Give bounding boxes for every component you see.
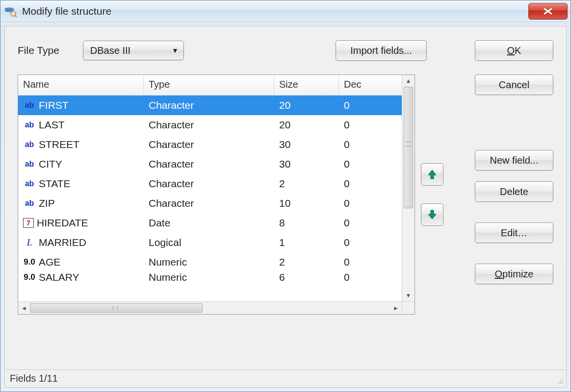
field-name: AGE <box>39 256 139 268</box>
col-header-type[interactable]: Type <box>144 75 274 95</box>
svg-line-3 <box>15 15 17 17</box>
svg-point-4 <box>562 379 563 380</box>
field-name: FIRST <box>39 99 139 111</box>
vertical-scrollbar[interactable]: ▲ ▼ <box>402 75 415 301</box>
cancel-label: Cancel <box>499 79 529 91</box>
vscroll-track[interactable] <box>402 87 415 290</box>
field-dec: 0 <box>339 197 398 209</box>
hscroll-track[interactable] <box>30 302 390 314</box>
field-name: STATE <box>39 178 139 190</box>
horizontal-scrollbar[interactable]: ◄ ► <box>18 301 402 314</box>
hscroll-thumb[interactable] <box>30 303 203 313</box>
field-type-icon: 9.0 <box>23 272 36 283</box>
import-fields-label: Import fields... <box>350 45 412 56</box>
field-type-icon: 9.0 <box>23 257 36 268</box>
field-name: ZIP <box>39 197 139 209</box>
optimize-button[interactable]: Optimize <box>475 264 553 284</box>
content-area: File Type DBase III ▼ Import fields... O… <box>5 26 566 369</box>
vscroll-thumb[interactable] <box>404 87 413 208</box>
table-row[interactable]: abLASTCharacter200 <box>18 115 415 135</box>
table-row[interactable]: abSTATECharacter20 <box>18 174 415 194</box>
delete-button[interactable]: Delete <box>475 181 553 202</box>
close-button[interactable] <box>528 3 568 20</box>
scroll-up-button[interactable]: ▲ <box>402 75 415 87</box>
col-header-size[interactable]: Size <box>274 75 339 95</box>
table-row[interactable]: abFIRSTCharacter200 <box>18 96 415 115</box>
field-size: 30 <box>274 139 339 150</box>
field-dec: 0 <box>339 119 398 131</box>
field-size: 8 <box>274 217 339 229</box>
field-type-icon: ab <box>23 159 36 170</box>
field-type: Numeric <box>144 256 274 268</box>
right-button-column: Cancel New field... Delete Edit… Optimiz… <box>449 74 553 315</box>
move-up-button[interactable] <box>421 163 443 186</box>
file-type-label: File Type <box>18 45 59 56</box>
table-header: Name Type Size Dec <box>18 75 415 96</box>
new-field-button[interactable]: New field... <box>475 150 553 171</box>
resize-grip-icon[interactable] <box>555 376 564 385</box>
table-body: abFIRSTCharacter200abLASTCharacter200abS… <box>18 96 415 314</box>
field-size: 20 <box>274 119 339 131</box>
close-icon <box>544 8 552 15</box>
chevron-down-icon: ▼ <box>172 47 179 54</box>
reorder-column <box>415 74 449 315</box>
import-fields-button[interactable]: Import fields... <box>336 40 427 61</box>
middle-area: Name Type Size Dec abFIRSTCharacter200ab… <box>18 74 553 315</box>
scrollbar-corner <box>402 301 415 314</box>
arrow-down-icon <box>427 209 437 220</box>
scroll-down-button[interactable]: ▼ <box>402 290 415 301</box>
table-row[interactable]: LMARRIEDLogical10 <box>18 233 415 252</box>
field-type-icon: ab <box>23 178 36 189</box>
field-name: LAST <box>39 119 139 131</box>
col-header-dec[interactable]: Dec <box>339 75 398 95</box>
app-icon: DBF <box>3 4 17 18</box>
scroll-right-button[interactable]: ► <box>390 302 402 314</box>
field-size: 1 <box>274 237 339 248</box>
dialog-window: DBF Modify file structure File Type DBas… <box>0 0 571 392</box>
svg-point-6 <box>562 381 563 382</box>
field-type-icon: ab <box>23 198 36 209</box>
table-row[interactable]: abSTREETCharacter300 <box>18 135 415 154</box>
move-down-button[interactable] <box>421 203 443 226</box>
table-row[interactable]: 9.0SALARYNumeric60 <box>18 272 415 283</box>
window-title: Modify file structure <box>22 5 528 17</box>
field-dec: 0 <box>339 272 398 283</box>
titlebar[interactable]: DBF Modify file structure <box>0 0 571 22</box>
field-dec: 0 <box>339 178 398 190</box>
file-type-value: DBase III <box>90 45 172 56</box>
field-type: Character <box>144 158 274 170</box>
field-dec: 0 <box>339 139 398 150</box>
field-size: 6 <box>274 272 339 283</box>
edit-button[interactable]: Edit… <box>475 222 553 243</box>
field-type-icon: L <box>23 237 36 248</box>
table-row[interactable]: 9.0AGENumeric20 <box>18 252 415 272</box>
svg-point-9 <box>562 383 563 384</box>
status-text: Fields 1/11 <box>10 373 58 384</box>
field-size: 2 <box>274 256 339 268</box>
field-name: MARRIED <box>39 237 139 248</box>
field-name: CITY <box>39 158 139 170</box>
field-type-icon: ab <box>23 120 36 130</box>
field-type: Character <box>144 119 274 131</box>
table-row[interactable]: 7HIREDATEDate80 <box>18 213 415 233</box>
delete-label: Delete <box>500 186 528 197</box>
field-type: Numeric <box>144 272 274 283</box>
file-type-dropdown[interactable]: DBase III ▼ <box>83 41 184 60</box>
col-header-name[interactable]: Name <box>18 75 144 95</box>
fields-table: Name Type Size Dec abFIRSTCharacter200ab… <box>18 74 415 315</box>
field-name: STREET <box>39 139 139 150</box>
scroll-left-button[interactable]: ◄ <box>18 302 30 314</box>
ok-button[interactable]: OK <box>475 40 553 61</box>
cancel-button[interactable]: Cancel <box>475 74 553 95</box>
field-type: Date <box>144 217 274 229</box>
edit-label: Edit… <box>501 227 527 239</box>
table-row[interactable]: abCITYCharacter300 <box>18 154 415 174</box>
field-size: 20 <box>274 99 339 111</box>
arrow-up-icon <box>427 169 437 180</box>
client-area: File Type DBase III ▼ Import fields... O… <box>4 26 567 388</box>
field-name: SALARY <box>39 272 139 283</box>
table-row[interactable]: abZIPCharacter100 <box>18 194 415 213</box>
field-type-icon: ab <box>23 100 36 111</box>
field-type: Character <box>144 99 274 111</box>
field-type: Logical <box>144 237 274 248</box>
